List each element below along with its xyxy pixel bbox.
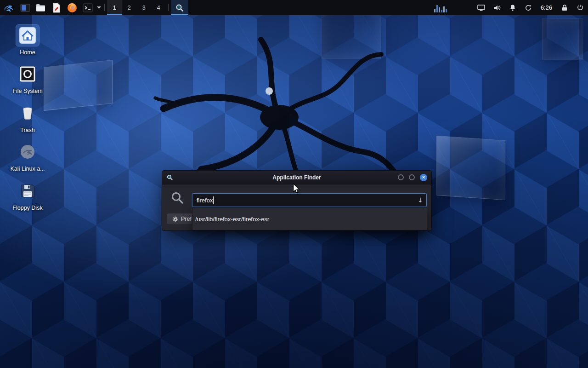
launcher-dropdown-button[interactable] [96,0,102,15]
kali-menu-icon [3,2,14,13]
session-menu-button[interactable] [572,0,588,15]
workspace-2[interactable]: 2 [122,0,136,15]
graph-bar [443,6,445,12]
desktop-icon-label: Kali Linux a... [10,166,45,172]
desktop-icon-label: Trash [20,127,35,133]
workspace-3[interactable]: 3 [136,0,151,15]
home-icon [16,25,39,46]
desktop-icon-trash[interactable]: Trash [6,103,49,133]
window-titlebar[interactable]: Application Finder × [162,171,431,184]
application-finder-button[interactable] [171,0,188,15]
search-input[interactable]: firefox ↓ [192,193,427,207]
launcher-firefox[interactable] [64,0,80,15]
workspace-4[interactable]: 4 [151,0,166,15]
text-editor-icon [51,2,62,13]
volume-icon [493,4,501,12]
desktop-icon-label: Home [20,49,35,56]
terminal-icon [82,2,93,13]
search-input-value: firefox [197,197,213,204]
search-icon [175,3,184,12]
window-buttons: × [398,174,427,181]
desktop-icon-home[interactable]: Home [6,25,49,56]
desktop-root: 1 2 3 4 [0,0,588,368]
floppy-disk-icon [16,180,39,201]
desktop-icon-list: Home File System Trash [6,25,49,211]
graph-bar [434,9,435,12]
minimize-button[interactable] [398,174,404,180]
desktop-icon-kali-docs[interactable]: Kali Linux a... [6,141,49,172]
graph-bar [441,10,442,12]
graph-bar [439,7,440,12]
dropdown-arrow-icon[interactable]: ↓ [418,196,423,204]
clock[interactable]: 6:26 [536,0,557,15]
workspace-1[interactable]: 1 [107,0,122,15]
close-button[interactable]: × [420,174,427,181]
notifications-button[interactable] [505,0,520,15]
volume-button[interactable] [489,0,505,15]
panel-separator [104,4,105,11]
panel-separator [168,4,169,11]
terminal-window-icon [20,2,31,13]
file-manager-icon [35,2,46,13]
whisker-menu-button[interactable] [0,0,17,15]
top-panel: 1 2 3 4 [0,0,588,15]
launcher-text-editor[interactable] [49,0,64,15]
completion-popup: /usr/lib/firefox-esr/firefox-esr [192,207,427,230]
display-icon [477,4,485,12]
gear-icon [172,216,178,222]
launcher-terminal-window[interactable] [17,0,33,15]
system-monitor-graph[interactable] [430,0,474,15]
desktop-icon-label: Floppy Disk [12,205,42,211]
updates-icon [525,4,532,12]
desktop-icon-floppy-disk[interactable]: Floppy Disk [6,180,49,211]
chevron-down-icon [97,6,101,9]
trash-icon [16,103,39,124]
kali-docs-icon [16,141,39,162]
session-logout-icon [577,4,584,12]
lock-button[interactable] [557,0,572,15]
launcher-terminal[interactable] [80,0,96,15]
graph-bar [446,9,447,12]
firefox-icon [67,2,78,13]
display-settings-button[interactable] [474,0,489,15]
graph-bar [436,5,438,12]
updates-button[interactable] [520,0,536,15]
panel-tray: 6:26 [430,0,588,15]
bell-icon [509,4,516,12]
window-title: Application Finder [162,174,431,181]
application-finder-window: Application Finder × firefox ↓ Prefe [162,170,432,231]
lock-icon [561,4,568,12]
file-system-icon [16,63,39,85]
search-icon-large [170,191,184,205]
desktop-icon-file-system[interactable]: File System [6,63,49,94]
maximize-button[interactable] [409,174,415,180]
launcher-file-manager[interactable] [33,0,49,15]
desktop-icon-label: File System [12,88,42,94]
text-caret [213,196,214,204]
completion-item[interactable]: /usr/lib/firefox-esr/firefox-esr [192,208,427,230]
